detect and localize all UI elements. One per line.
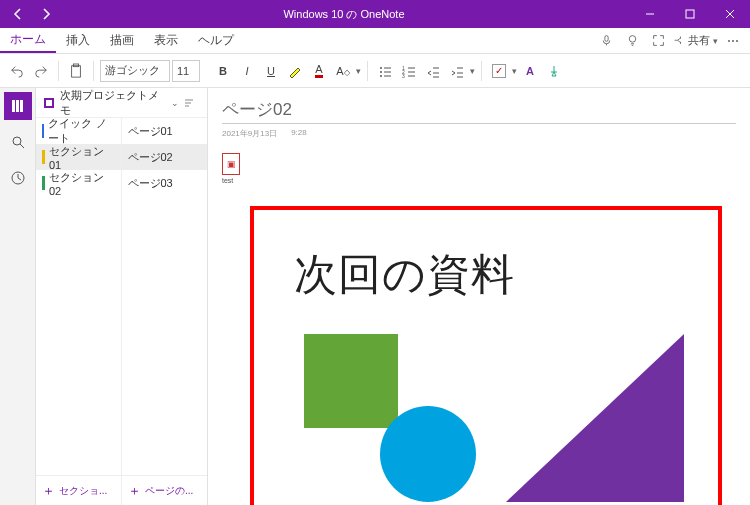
svg-point-3 [629, 36, 636, 43]
forward-button[interactable] [34, 2, 58, 26]
section-color-bar [42, 150, 45, 164]
section-page-pane: 次期プロジェクトメモ ⌄ クイック ノート セクション01 セクション02 [36, 88, 208, 505]
todo-checkbox-button[interactable]: ✓ [488, 59, 510, 83]
svg-text:3: 3 [402, 73, 405, 78]
slide-title: 次回の資料 [294, 246, 515, 304]
share-button[interactable]: 共有 ▾ [673, 30, 718, 52]
svg-rect-31 [46, 100, 52, 106]
minimize-button[interactable] [630, 0, 670, 28]
embedded-slide[interactable]: 次回の資料 [250, 206, 722, 505]
svg-rect-2 [604, 36, 607, 42]
font-name-select[interactable]: 游ゴシック [100, 60, 170, 82]
page-item[interactable]: ページ02 [122, 144, 208, 170]
svg-rect-1 [686, 10, 694, 18]
chevron-down-icon[interactable]: ▾ [470, 66, 475, 76]
indent-button[interactable] [446, 59, 468, 83]
left-rail [0, 88, 36, 505]
add-page-button[interactable]: ＋ページの... [121, 476, 207, 505]
page-label: ページ03 [128, 176, 173, 191]
add-section-label: セクショ... [59, 484, 107, 498]
chevron-down-icon: ▾ [713, 36, 718, 46]
page-time: 9:28 [291, 128, 307, 139]
window-title: Windows 10 の OneNote [58, 7, 630, 22]
chevron-down-icon[interactable]: ▾ [356, 66, 361, 76]
bullets-button[interactable] [374, 59, 396, 83]
title-bar: Windows 10 の OneNote [0, 0, 750, 28]
bold-button[interactable]: B [212, 59, 234, 83]
close-button[interactable] [710, 0, 750, 28]
pdf-file-icon: ▣ [222, 153, 240, 175]
attachment[interactable]: ▣ test [222, 153, 240, 184]
tab-draw[interactable]: 描画 [100, 28, 144, 53]
page-label: ページ01 [128, 124, 173, 139]
fullscreen-icon[interactable] [647, 30, 669, 52]
highlight-button[interactable] [284, 59, 306, 83]
more-icon[interactable]: ⋯ [722, 30, 744, 52]
svg-rect-25 [16, 100, 19, 112]
page-date: 2021年9月13日 [222, 128, 277, 139]
notebook-header[interactable]: 次期プロジェクトメモ ⌄ [36, 88, 207, 118]
redo-button[interactable] [30, 59, 52, 83]
search-icon[interactable] [4, 128, 32, 156]
section-label: クイック ノート [48, 116, 114, 146]
triangle-shape [506, 334, 684, 502]
outdent-button[interactable] [422, 59, 444, 83]
svg-line-28 [20, 144, 24, 148]
svg-rect-26 [20, 100, 23, 112]
chevron-down-icon[interactable]: ▾ [512, 66, 517, 76]
tab-home[interactable]: ホーム [0, 28, 56, 53]
section-label: セクション01 [49, 144, 115, 171]
font-size-select[interactable]: 11 [172, 60, 200, 82]
page-item[interactable]: ページ03 [122, 170, 208, 196]
sections-column: クイック ノート セクション01 セクション02 [36, 118, 122, 475]
clipboard-button[interactable] [65, 59, 87, 83]
mic-icon[interactable] [595, 30, 617, 52]
history-icon[interactable] [4, 164, 32, 192]
page-canvas[interactable]: ページ02 2021年9月13日 9:28 ▣ test 次回の資料 [208, 88, 750, 505]
attachment-label: test [222, 177, 233, 184]
section-item[interactable]: セクション01 [36, 144, 121, 170]
sort-icon[interactable] [183, 97, 201, 109]
tab-help[interactable]: ヘルプ [188, 28, 244, 53]
square-shape [304, 334, 398, 428]
svg-rect-4 [72, 65, 81, 76]
section-color-bar [42, 124, 44, 138]
pages-column: ページ01 ページ02 ページ03 [122, 118, 208, 475]
svg-point-10 [380, 75, 382, 77]
notebooks-icon[interactable] [4, 92, 32, 120]
section-item[interactable]: セクション02 [36, 170, 121, 196]
lightbulb-icon[interactable] [621, 30, 643, 52]
svg-point-6 [380, 67, 382, 69]
ribbon: 游ゴシック 11 B I U A A◇ ▾ 123 ▾ ✓ ▾ A [0, 54, 750, 88]
italic-button[interactable]: I [236, 59, 258, 83]
underline-button[interactable]: U [260, 59, 282, 83]
back-button[interactable] [6, 2, 30, 26]
page-label: ページ02 [128, 150, 173, 165]
svg-point-8 [380, 71, 382, 73]
page-title[interactable]: ページ02 [222, 98, 736, 121]
title-underline [222, 123, 736, 124]
font-color-button[interactable]: A [308, 59, 330, 83]
clear-format-button[interactable]: A◇ [332, 59, 354, 83]
chevron-down-icon: ⌄ [171, 98, 179, 108]
svg-point-27 [13, 137, 21, 145]
maximize-button[interactable] [670, 0, 710, 28]
tab-view[interactable]: 表示 [144, 28, 188, 53]
styles-button[interactable]: A [519, 59, 541, 83]
tab-insert[interactable]: 挿入 [56, 28, 100, 53]
share-label: 共有 [688, 33, 710, 48]
svg-rect-24 [12, 100, 15, 112]
section-label: セクション02 [49, 170, 115, 197]
page-meta: 2021年9月13日 9:28 [222, 128, 736, 139]
add-section-button[interactable]: ＋セクショ... [36, 476, 121, 505]
page-item[interactable]: ページ01 [122, 118, 208, 144]
add-page-label: ページの... [145, 484, 193, 498]
circle-shape [380, 406, 476, 502]
notebook-icon [42, 96, 56, 110]
undo-button[interactable] [6, 59, 28, 83]
section-color-bar [42, 176, 45, 190]
pin-icon[interactable] [543, 59, 565, 83]
section-item[interactable]: クイック ノート [36, 118, 121, 144]
menu-bar: ホーム 挿入 描画 表示 ヘルプ 共有 ▾ ⋯ [0, 28, 750, 54]
numbering-button[interactable]: 123 [398, 59, 420, 83]
